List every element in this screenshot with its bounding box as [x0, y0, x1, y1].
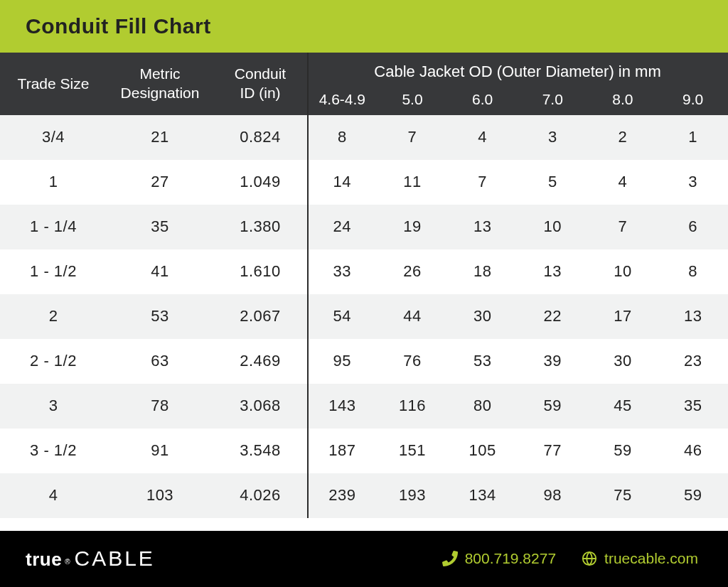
cell-od-2: 7 [447, 160, 518, 205]
cell-metric: 53 [107, 294, 213, 339]
cell-od-2: 4 [447, 115, 518, 160]
cell-od-2: 53 [447, 339, 518, 384]
contact-block: 800.719.8277 truecable.com [442, 550, 698, 567]
cell-od-2: 13 [447, 205, 518, 249]
cell-od-0: 33 [307, 249, 378, 294]
website-url: truecable.com [604, 550, 698, 567]
cell-conduit: 0.824 [213, 115, 307, 160]
col-header-trade-size: Trade Size [0, 53, 107, 115]
table-row: 1271.04914117543 [0, 160, 728, 205]
cell-od-2: 30 [447, 294, 518, 339]
col-header-od-group: Cable Jacket OD (Outer Diameter) in mm [307, 53, 728, 84]
cell-conduit: 2.469 [213, 339, 307, 384]
brand-cable: CABLE [75, 546, 155, 571]
brand-logo: true ® CABLE [26, 546, 155, 571]
table-row: 3783.06814311680594535 [0, 384, 728, 429]
cell-od-5: 1 [658, 115, 728, 160]
col-header-od-1: 5.0 [378, 84, 448, 115]
cell-od-0: 54 [307, 294, 378, 339]
conduit-fill-table: Trade Size MetricDesignation ConduitID (… [0, 53, 728, 518]
table-row: 1 - 1/4351.3802419131076 [0, 205, 728, 249]
cell-od-4: 7 [588, 205, 658, 249]
cell-metric: 41 [107, 249, 213, 294]
cell-od-2: 134 [447, 473, 518, 518]
table-row: 2 - 1/2632.469957653393023 [0, 339, 728, 384]
col-header-od-3: 7.0 [518, 84, 588, 115]
cell-conduit: 1.610 [213, 249, 307, 294]
cell-conduit: 1.380 [213, 205, 307, 249]
cell-trade: 2 [0, 294, 107, 339]
cell-od-0: 95 [307, 339, 378, 384]
cell-od-0: 187 [307, 429, 378, 473]
cell-od-4: 10 [588, 249, 658, 294]
table-row: 3 - 1/2913.548187151105775946 [0, 429, 728, 473]
cell-od-4: 17 [588, 294, 658, 339]
col-header-od-4: 8.0 [588, 84, 658, 115]
col-header-od-5: 9.0 [658, 84, 728, 115]
col-header-metric-designation: MetricDesignation [107, 53, 213, 115]
cell-od-5: 6 [658, 205, 728, 249]
cell-od-3: 10 [518, 205, 588, 249]
cell-od-4: 75 [588, 473, 658, 518]
cell-od-3: 98 [518, 473, 588, 518]
cell-od-1: 19 [378, 205, 448, 249]
cell-od-3: 77 [518, 429, 588, 473]
col-header-conduit-id: ConduitID (in) [213, 53, 307, 115]
cell-trade: 4 [0, 473, 107, 518]
website-item: truecable.com [582, 550, 698, 567]
cell-od-4: 2 [588, 115, 658, 160]
cell-metric: 91 [107, 429, 213, 473]
cell-trade: 2 - 1/2 [0, 339, 107, 384]
cell-trade: 3 - 1/2 [0, 429, 107, 473]
brand-registered-icon: ® [65, 558, 70, 566]
table-row: 41034.026239193134987559 [0, 473, 728, 518]
cell-od-2: 18 [447, 249, 518, 294]
cell-od-3: 59 [518, 384, 588, 429]
cell-trade: 1 - 1/4 [0, 205, 107, 249]
cell-od-5: 13 [658, 294, 728, 339]
footer: true ® CABLE 800.719.8277 truecable.com [0, 531, 728, 587]
cell-od-0: 143 [307, 384, 378, 429]
cell-od-1: 76 [378, 339, 448, 384]
globe-icon [582, 551, 597, 566]
cell-trade: 1 [0, 160, 107, 205]
cell-trade: 3 [0, 384, 107, 429]
brand-true: true [26, 549, 62, 571]
phone-icon [442, 551, 458, 566]
cell-metric: 21 [107, 115, 213, 160]
cell-od-5: 3 [658, 160, 728, 205]
cell-od-4: 30 [588, 339, 658, 384]
cell-od-1: 7 [378, 115, 448, 160]
cell-od-1: 11 [378, 160, 448, 205]
cell-od-0: 24 [307, 205, 378, 249]
col-header-od-2: 6.0 [447, 84, 518, 115]
cell-conduit: 3.548 [213, 429, 307, 473]
page-title: Conduit Fill Chart [26, 14, 211, 38]
table-row: 1 - 1/2411.61033261813108 [0, 249, 728, 294]
cell-metric: 103 [107, 473, 213, 518]
cell-metric: 35 [107, 205, 213, 249]
cell-od-5: 35 [658, 384, 728, 429]
cell-od-3: 13 [518, 249, 588, 294]
col-header-od-0: 4.6-4.9 [307, 84, 378, 115]
table-wrap: Trade Size MetricDesignation ConduitID (… [0, 53, 728, 518]
cell-od-5: 23 [658, 339, 728, 384]
cell-conduit: 1.049 [213, 160, 307, 205]
cell-od-5: 8 [658, 249, 728, 294]
phone-number: 800.719.8277 [465, 550, 556, 567]
cell-od-4: 4 [588, 160, 658, 205]
cell-od-3: 3 [518, 115, 588, 160]
cell-od-4: 45 [588, 384, 658, 429]
table-row: 2532.067544430221713 [0, 294, 728, 339]
cell-od-1: 193 [378, 473, 448, 518]
cell-od-2: 80 [447, 384, 518, 429]
cell-trade: 3/4 [0, 115, 107, 160]
cell-od-0: 239 [307, 473, 378, 518]
cell-od-3: 22 [518, 294, 588, 339]
cell-od-1: 44 [378, 294, 448, 339]
cell-od-5: 46 [658, 429, 728, 473]
title-bar: Conduit Fill Chart [0, 0, 728, 53]
cell-od-4: 59 [588, 429, 658, 473]
page: Conduit Fill Chart Trade Size MetricDesi… [0, 0, 728, 587]
cell-od-1: 26 [378, 249, 448, 294]
